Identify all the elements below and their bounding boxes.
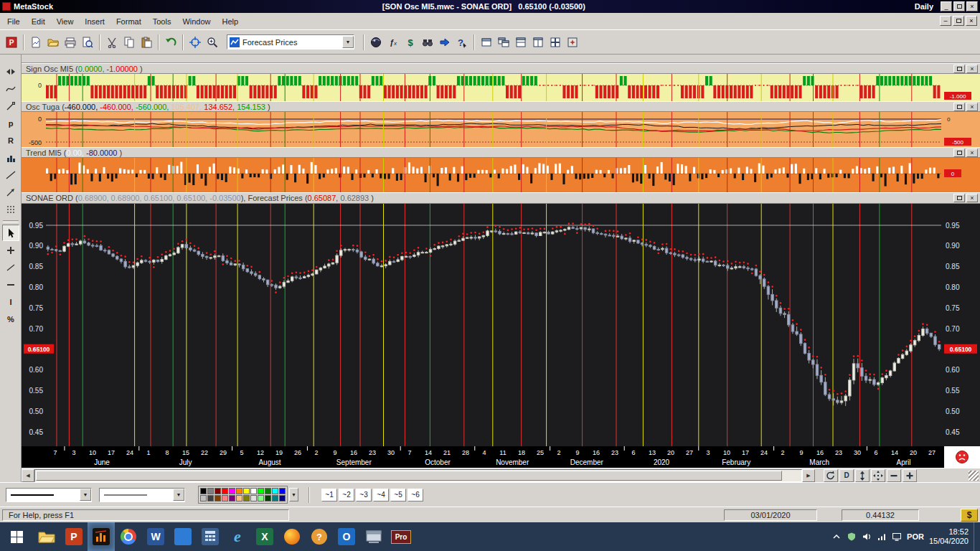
color-swatch-10[interactable] <box>265 488 271 494</box>
volume-tool-button[interactable] <box>2 149 19 166</box>
close-button[interactable]: × <box>966 1 978 11</box>
color-swatch-6[interactable] <box>236 488 242 494</box>
color-swatch-22[interactable] <box>265 495 271 501</box>
pointer-tool-button[interactable] <box>2 225 19 241</box>
menu-tools[interactable]: Tools <box>147 14 177 29</box>
mdi-restore-button[interactable] <box>953 16 964 26</box>
date-axis-scale[interactable]: 7310172418152229512192629162330714212841… <box>22 446 980 468</box>
sonae-ord-close-button[interactable]: × <box>966 194 978 202</box>
line-weight-dropdown-button[interactable]: ▼ <box>173 489 184 501</box>
chrome-taskbar-button[interactable] <box>115 522 142 551</box>
sign-osc-close-button[interactable]: × <box>966 65 978 73</box>
zoom-in-tool-button[interactable] <box>2 242 19 258</box>
color-swatch-2[interactable] <box>207 488 214 494</box>
color-swatch-15[interactable] <box>215 495 221 501</box>
line-tool-button[interactable] <box>2 259 19 276</box>
scroll-thumb[interactable] <box>36 471 782 481</box>
indicator-combo[interactable]: Forecast Prices▼ <box>227 34 354 50</box>
color-swatch-18[interactable] <box>236 495 242 501</box>
menu-format[interactable]: Format <box>110 14 147 29</box>
color-swatch-17[interactable] <box>229 495 235 501</box>
resize-grip[interactable] <box>969 471 979 481</box>
curve-tool-button[interactable] <box>2 80 19 97</box>
tile-vertical-button[interactable] <box>529 34 547 51</box>
color-swatch-11[interactable] <box>272 488 278 494</box>
osc-tuga-restore-button[interactable] <box>953 103 965 111</box>
color-swatch-19[interactable] <box>243 495 250 501</box>
line-style-dropdown-button[interactable]: ▼ <box>80 489 91 501</box>
metastock-taskbar-button[interactable] <box>88 522 115 551</box>
template-button-4[interactable]: ~4 <box>373 489 389 501</box>
explorer-button[interactable] <box>367 34 385 51</box>
mdi-minimize-button[interactable]: – <box>940 16 951 26</box>
trendline-tool-button[interactable] <box>2 166 19 183</box>
color-swatch-20[interactable] <box>250 495 257 501</box>
zoom-button[interactable] <box>204 34 221 51</box>
template-button-5[interactable]: ~5 <box>390 489 406 501</box>
excel-taskbar-button[interactable]: X <box>251 522 278 551</box>
print-preview-button[interactable] <box>79 34 96 51</box>
metastock-pro-taskbar-button[interactable]: Pro <box>387 522 415 551</box>
internet-explorer-taskbar-button[interactable]: e <box>224 522 251 551</box>
scroll-right-button[interactable]: ▶ <box>802 469 815 482</box>
pan-button[interactable] <box>871 469 885 482</box>
cascade-windows-button[interactable] <box>495 34 512 51</box>
tray-network-icon[interactable] <box>877 532 887 542</box>
menu-insert[interactable]: Insert <box>79 14 110 29</box>
color-swatch-24[interactable] <box>279 495 286 501</box>
paste-button[interactable] <box>138 34 155 51</box>
mode-d-button[interactable]: D <box>839 469 854 482</box>
vertical-scale-button[interactable] <box>855 469 870 482</box>
color-swatch-9[interactable] <box>258 488 264 494</box>
blue-app-taskbar-button[interactable] <box>169 522 197 551</box>
menu-window[interactable]: Window <box>176 14 216 29</box>
tray-expand-icon[interactable] <box>831 532 842 542</box>
color-swatch-13[interactable] <box>200 495 207 501</box>
menu-file[interactable]: File <box>1 14 26 29</box>
file-explorer-taskbar-button[interactable] <box>33 522 60 551</box>
start-button[interactable] <box>0 522 33 551</box>
color-swatch-16[interactable] <box>222 495 228 501</box>
text-tool-button[interactable]: p <box>2 115 19 131</box>
color-swatch-4[interactable] <box>222 488 228 494</box>
tray-display-icon[interactable] <box>892 532 902 542</box>
combo-dropdown-button[interactable]: ▼ <box>342 36 354 48</box>
refresh-button[interactable] <box>824 469 838 482</box>
template-button-3[interactable]: ~3 <box>356 489 372 501</box>
menu-edit[interactable]: Edit <box>26 14 51 29</box>
new-window-button[interactable] <box>478 34 495 51</box>
help-button[interactable]: ? <box>453 34 471 51</box>
sign-osc-restore-button[interactable] <box>953 65 965 73</box>
cursor-tool-button[interactable]: I <box>2 293 19 310</box>
color-swatch-1[interactable] <box>200 488 207 494</box>
color-swatch-14[interactable] <box>207 495 214 501</box>
show-desktop-button[interactable] <box>974 522 977 551</box>
outlook-taskbar-button[interactable]: O <box>333 522 360 551</box>
tray-volume-icon[interactable] <box>862 532 872 542</box>
color-swatch-7[interactable] <box>243 488 250 494</box>
expert-advisor-button[interactable] <box>419 34 436 51</box>
tray-shield-icon[interactable] <box>847 532 857 542</box>
color-swatch-23[interactable] <box>272 495 278 501</box>
print-button[interactable] <box>62 34 79 51</box>
color-swatch-12[interactable] <box>279 488 286 494</box>
zoom-in-button[interactable] <box>903 469 917 482</box>
dollar-button[interactable]: $ <box>961 509 978 522</box>
mdi-close-button[interactable]: × <box>966 16 977 26</box>
downloader-button[interactable] <box>436 34 453 51</box>
copy-button[interactable] <box>121 34 138 51</box>
cut-button[interactable] <box>103 34 121 51</box>
remote-window-taskbar-button[interactable] <box>360 522 387 551</box>
firefox-taskbar-button[interactable] <box>278 522 306 551</box>
osc-tuga-close-button[interactable]: × <box>966 103 978 111</box>
pencil-tool-button[interactable] <box>2 98 19 114</box>
crosshair-button[interactable] <box>187 34 204 51</box>
open-chart-button[interactable] <box>44 34 62 51</box>
pointer-split-button[interactable] <box>2 63 19 80</box>
indicator-builder-button[interactable]: ƒx <box>385 34 402 51</box>
language-indicator[interactable]: POR <box>907 532 924 541</box>
system-tester-button[interactable]: $ <box>402 34 419 51</box>
price-chart-plot[interactable]: 0.950.950.900.900.850.850.800.800.750.75… <box>22 204 980 446</box>
workspace-options-button[interactable] <box>564 34 581 51</box>
color-swatch-5[interactable] <box>229 488 235 494</box>
